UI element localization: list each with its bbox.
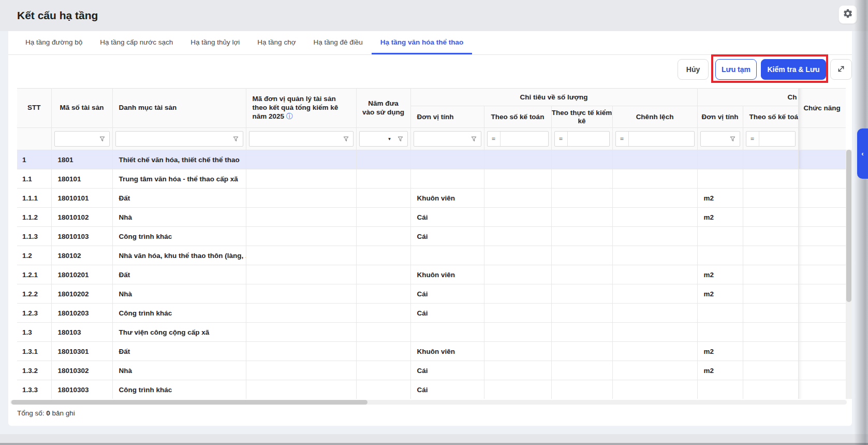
equals-operator[interactable]: = (555, 132, 568, 146)
tab-ha-tang-cho[interactable]: Hạ tầng chợ (248, 31, 304, 54)
column-header-stt[interactable]: STT (17, 89, 51, 128)
year-filter-select[interactable]: ▼ (359, 131, 408, 147)
filter-funnel-icon[interactable] (394, 132, 407, 146)
table-row[interactable]: 11801Thiết chế văn hóa, thiết chế thể th… (17, 150, 846, 169)
code-cell: 18010101 (51, 189, 112, 208)
year-cell (356, 265, 410, 284)
value-accounting-filter-input[interactable] (759, 132, 795, 146)
column-header-asset-code[interactable]: Mã số tài sản (51, 89, 112, 128)
actions-cell (798, 208, 846, 227)
horizontal-scrollbar-thumb[interactable] (11, 400, 367, 405)
expand-icon (837, 65, 845, 75)
code-cell: 180102 (51, 246, 112, 265)
column-header-quantity-diff[interactable]: Chênh lệch (612, 106, 697, 128)
year-cell (356, 189, 410, 208)
quantity-diff-filter-input[interactable] (629, 132, 694, 146)
table-row[interactable]: 1.1.218010102NhàCáim2 (17, 208, 846, 227)
val-unit-cell (697, 246, 743, 265)
filter-funnel-icon[interactable] (467, 132, 481, 146)
filter-funnel-icon[interactable] (229, 132, 243, 146)
table-row[interactable]: 1.1.118010101ĐấtKhuôn viênm2 (17, 189, 846, 208)
table-row[interactable]: 1.3.318010303Công trình khácCái (17, 380, 846, 399)
vertical-scrollbar-track[interactable] (846, 150, 852, 399)
table-row[interactable]: 1.2180102Nhà văn hóa, khu thể thao thôn … (17, 246, 846, 265)
qty-inventory-cell (551, 361, 612, 380)
qty-unit-cell: Khuôn viên (410, 342, 484, 361)
expand-button[interactable] (830, 59, 852, 80)
year-cell (356, 284, 410, 304)
equals-operator[interactable]: = (746, 132, 759, 146)
tab-ha-tang-cap-nuoc-sach[interactable]: Hạ tầng cấp nước sạch (91, 31, 182, 54)
asset-category-filter-input[interactable] (116, 132, 229, 146)
column-header-value-accounting[interactable]: Theo số kế toá (743, 106, 798, 128)
code-cell: 18010302 (51, 361, 112, 380)
qty-unit-cell (410, 169, 484, 189)
code-cell: 18010201 (51, 265, 112, 284)
filter-funnel-icon[interactable] (726, 132, 740, 146)
year-cell (356, 323, 410, 342)
val-accounting-cell (743, 342, 798, 361)
column-header-quantity-inventory[interactable]: Theo thực tế kiểm kê (551, 106, 612, 128)
tab-ha-tang-thuy-loi[interactable]: Hạ tầng thủy lợi (182, 31, 248, 54)
tab-bar: Hạ tầng đường bộ Hạ tầng cấp nước sạch H… (8, 31, 852, 55)
tab-ha-tang-de-dieu[interactable]: Hạ tầng đê điều (305, 31, 372, 54)
qty-diff-cell (612, 150, 697, 169)
tab-ha-tang-van-hoa-the-thao[interactable]: Hạ tầng văn hóa thể thao (372, 31, 473, 54)
unit-code-cell (246, 246, 356, 265)
unit-code-cell (246, 227, 356, 246)
quantity-inventory-filter-input[interactable] (568, 132, 609, 146)
column-header-asset-category[interactable]: Danh mục tài sản (112, 89, 246, 128)
qty-diff-cell (612, 342, 697, 361)
table-row[interactable]: 1.3.218010302NhàCáim2 (17, 361, 846, 380)
table-row[interactable]: 1.3180103Thư viện công cộng cấp xã (17, 323, 846, 342)
actions-cell (798, 380, 846, 399)
table-row[interactable]: 1.1.318010103Công trình khácCái (17, 227, 846, 246)
cancel-button[interactable]: Hủy (678, 59, 709, 80)
name-cell: Công trình khác (112, 380, 246, 399)
year-filter-input[interactable] (360, 132, 388, 146)
qty-diff-cell (612, 304, 697, 323)
year-cell (356, 169, 410, 189)
column-header-actions: Chức năng (798, 89, 846, 128)
column-header-value-unit[interactable]: Đơn vị tính (697, 106, 743, 128)
table-row[interactable]: 1.2.218010202NhàCáim2 (17, 284, 846, 304)
qty-unit-cell (410, 246, 484, 265)
filter-value-accounting: = (743, 128, 798, 150)
actions-cell (798, 265, 846, 284)
column-header-quantity-accounting[interactable]: Theo số kế toán (484, 106, 551, 128)
name-cell: Nhà (112, 284, 246, 304)
qty-unit-cell: Cái (410, 304, 484, 323)
equals-operator[interactable]: = (488, 132, 501, 146)
unit-code-filter-input[interactable] (249, 132, 340, 146)
table-row[interactable]: 1.2.318010203Công trình khácCái (17, 304, 846, 323)
settings-button[interactable] (838, 5, 857, 24)
name-cell: Thiết chế văn hóa, thiết chế thể thao (112, 150, 246, 169)
actions-cell (798, 227, 846, 246)
column-header-year-used[interactable]: Năm đưa vào sử dụng (356, 89, 410, 128)
check-and-save-button[interactable]: Kiểm tra & Lưu (761, 59, 826, 80)
horizontal-scrollbar-track[interactable] (10, 400, 847, 405)
table-row[interactable]: 1.2.118010201ĐấtKhuôn viênm2 (17, 265, 846, 284)
page-background-strip (0, 434, 868, 443)
value-unit-filter-input[interactable] (701, 132, 726, 146)
quantity-unit-filter-input[interactable] (414, 132, 467, 146)
quantity-accounting-filter-input[interactable] (501, 132, 548, 146)
val-accounting-cell (743, 189, 798, 208)
filter-quantity-inventory: = (551, 128, 612, 150)
name-cell: Thư viện công cộng cấp xã (112, 323, 246, 342)
filter-funnel-icon[interactable] (340, 132, 353, 146)
column-header-unit-code[interactable]: Mã đơn vị quản lý tài sản theo kết quả t… (246, 89, 356, 128)
val-unit-cell (697, 304, 743, 323)
total-value: 0 (46, 409, 50, 417)
side-panel-toggle[interactable]: ‹ (857, 128, 868, 179)
save-temp-button[interactable]: Lưu tạm (715, 59, 757, 80)
table-row[interactable]: 1.1180101Trung tâm văn hóa - thể thao cấ… (17, 169, 846, 189)
vertical-scrollbar-thumb[interactable] (846, 150, 851, 302)
column-header-quantity-unit[interactable]: Đơn vị tính (410, 106, 484, 128)
filter-funnel-icon[interactable] (96, 132, 109, 146)
equals-operator[interactable]: = (616, 132, 629, 146)
info-icon[interactable]: ⓘ (286, 112, 293, 120)
table-row[interactable]: 1.3.118010301ĐấtKhuôn viênm2 (17, 342, 846, 361)
asset-code-filter-input[interactable] (55, 132, 96, 146)
tab-ha-tang-duong-bo[interactable]: Hạ tầng đường bộ (17, 31, 91, 54)
